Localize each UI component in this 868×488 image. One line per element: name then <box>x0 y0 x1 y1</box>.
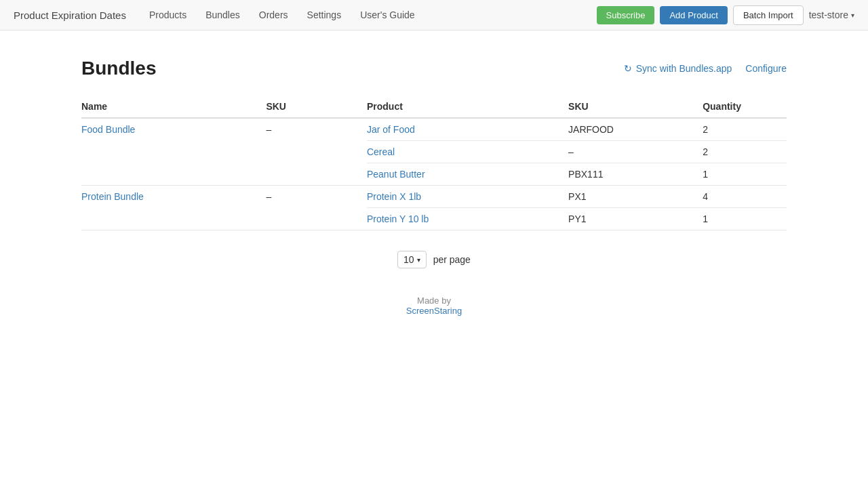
product-name-cell: Protein Y 10 lb <box>367 208 568 230</box>
product-name-cell: Protein X 1lb <box>367 186 568 208</box>
quantity-cell: 1 <box>703 208 787 230</box>
bundle-name-link[interactable]: Protein Bundle <box>81 191 144 202</box>
product-name-link[interactable]: Protein Y 10 lb <box>367 214 429 224</box>
pagination-area: 10 ▾ per page <box>81 251 787 268</box>
per-page-dropdown-icon: ▾ <box>417 256 420 264</box>
product-name-cell: Peanut Butter <box>367 163 568 186</box>
quantity-cell: 4 <box>703 186 787 208</box>
product-sku-cell: – <box>568 141 703 163</box>
product-sku-cell: PY1 <box>568 208 703 230</box>
per-page-value: 10 <box>403 254 414 265</box>
bundle-name-link[interactable]: Food Bundle <box>81 124 135 135</box>
per-page-label: per page <box>433 254 471 265</box>
nav-users-guide[interactable]: User's Guide <box>357 9 417 20</box>
page-header: Bundles ↻ Sync with Bundles.app Configur… <box>81 58 787 79</box>
product-sku-cell: JARFOOD <box>568 118 703 141</box>
nav-products[interactable]: Products <box>146 9 189 20</box>
sync-bundles-button[interactable]: ↻ Sync with Bundles.app <box>624 63 732 74</box>
nav-settings[interactable]: Settings <box>304 9 344 20</box>
chevron-down-icon: ▾ <box>851 12 854 19</box>
nav-bundles[interactable]: Bundles <box>203 9 243 20</box>
product-sku-cell: PBX111 <box>568 163 703 186</box>
product-name-link[interactable]: Jar of Food <box>367 124 415 135</box>
quantity-cell: 2 <box>703 141 787 163</box>
app-title: Product Expiration Dates <box>14 9 126 21</box>
product-sku-cell: PX1 <box>568 186 703 208</box>
table-row: Protein Bundle–Protein X 1lbPX14 <box>81 186 787 208</box>
product-name-link[interactable]: Protein X 1lb <box>367 191 421 202</box>
sync-icon: ↻ <box>624 63 632 74</box>
nav-orders[interactable]: Orders <box>256 9 291 20</box>
quantity-cell: 1 <box>703 163 787 186</box>
col-header-name: Name <box>81 96 266 118</box>
product-name-cell: Jar of Food <box>367 118 568 141</box>
col-header-sku: SKU <box>266 96 367 118</box>
quantity-cell: 2 <box>703 118 787 141</box>
app-header: Product Expiration Dates Products Bundle… <box>0 0 868 30</box>
main-nav: Products Bundles Orders Settings User's … <box>146 9 597 20</box>
footer: Made by ScreenStaring <box>81 296 787 316</box>
product-name-link[interactable]: Cereal <box>367 146 395 157</box>
table-row: Food Bundle–Jar of FoodJARFOOD2 <box>81 118 787 141</box>
page-actions: ↻ Sync with Bundles.app Configure <box>624 63 787 74</box>
company-link[interactable]: ScreenStaring <box>406 306 462 316</box>
sync-label: Sync with Bundles.app <box>636 63 732 74</box>
table-body: Food Bundle–Jar of FoodJARFOOD2Cereal–2P… <box>81 118 787 230</box>
table-header: Name SKU Product SKU Quantity <box>81 96 787 118</box>
batch-import-button[interactable]: Batch Import <box>733 5 804 25</box>
bundle-sku-cell: – <box>266 186 367 230</box>
header-actions: Subscribe Add Product Batch Import test-… <box>597 5 854 25</box>
main-content: Bundles ↻ Sync with Bundles.app Configur… <box>27 30 841 343</box>
bundle-name-cell: Protein Bundle <box>81 186 266 230</box>
product-name-link[interactable]: Peanut Butter <box>367 169 425 180</box>
product-name-cell: Cereal <box>367 141 568 163</box>
page-title: Bundles <box>81 58 156 79</box>
subscribe-button[interactable]: Subscribe <box>597 6 655 24</box>
bundle-name-cell: Food Bundle <box>81 118 266 186</box>
add-product-button[interactable]: Add Product <box>660 6 728 24</box>
made-by-label: Made by <box>417 296 451 306</box>
col-header-product: Product <box>367 96 568 118</box>
store-name: test-store <box>809 9 848 20</box>
bundle-sku-cell: – <box>266 118 367 186</box>
bundles-table: Name SKU Product SKU Quantity Food Bundl… <box>81 96 787 230</box>
per-page-select[interactable]: 10 ▾ <box>397 251 427 268</box>
store-selector[interactable]: test-store ▾ <box>809 9 854 20</box>
made-by-text: Made by <box>81 296 787 306</box>
configure-button[interactable]: Configure <box>745 63 787 74</box>
col-header-product-sku: SKU <box>568 96 703 118</box>
col-header-quantity: Quantity <box>703 96 787 118</box>
